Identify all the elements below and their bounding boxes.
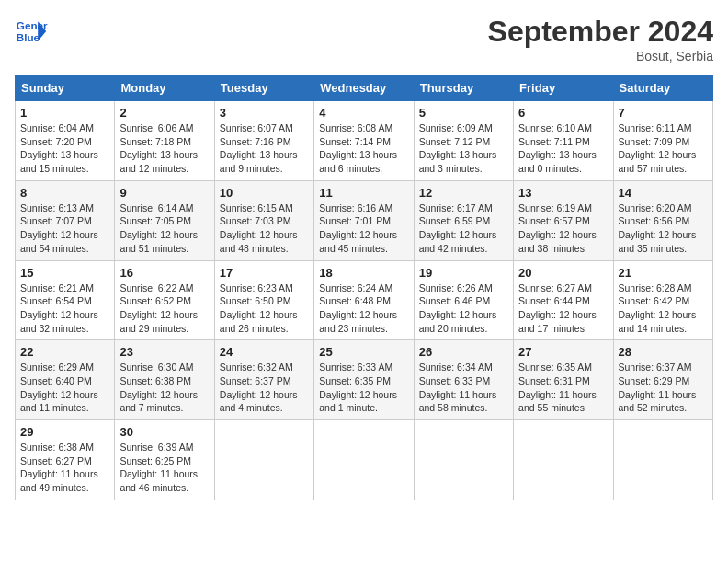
day-number: 26	[419, 345, 508, 359]
empty-cell	[613, 420, 712, 500]
day-number: 27	[518, 345, 608, 359]
column-header-sunday: Sunday	[16, 75, 115, 101]
day-info: Sunrise: 6:24 AM Sunset: 6:48 PM Dayligh…	[319, 282, 408, 336]
calendar-header-row: SundayMondayTuesdayWednesdayThursdayFrid…	[16, 75, 713, 101]
day-number: 18	[319, 266, 408, 280]
day-cell-24: 24Sunrise: 6:32 AM Sunset: 6:37 PM Dayli…	[214, 340, 313, 420]
day-info: Sunrise: 6:08 AM Sunset: 7:14 PM Dayligh…	[319, 121, 408, 176]
day-cell-4: 4Sunrise: 6:08 AM Sunset: 7:14 PM Daylig…	[314, 101, 414, 181]
day-info: Sunrise: 6:06 AM Sunset: 7:18 PM Dayligh…	[119, 121, 209, 176]
day-info: Sunrise: 6:30 AM Sunset: 6:38 PM Dayligh…	[119, 361, 209, 415]
logo: General Blue	[15, 15, 48, 48]
day-number: 12	[419, 186, 508, 200]
day-number: 16	[119, 266, 209, 280]
day-info: Sunrise: 6:22 AM Sunset: 6:52 PM Dayligh…	[119, 282, 209, 336]
day-number: 15	[20, 266, 109, 280]
calendar-week-1: 1Sunrise: 6:04 AM Sunset: 7:20 PM Daylig…	[16, 101, 713, 181]
day-number: 30	[119, 425, 209, 439]
day-number: 5	[419, 106, 508, 120]
day-info: Sunrise: 6:13 AM Sunset: 7:07 PM Dayligh…	[20, 201, 109, 256]
day-info: Sunrise: 6:11 AM Sunset: 7:09 PM Dayligh…	[619, 121, 708, 176]
empty-cell	[214, 420, 313, 500]
day-number: 10	[220, 186, 309, 200]
day-cell-18: 18Sunrise: 6:24 AM Sunset: 6:48 PM Dayli…	[314, 260, 414, 340]
page-header: General Blue September 2024 Bosut, Serbi…	[15, 15, 713, 63]
day-info: Sunrise: 6:32 AM Sunset: 6:37 PM Dayligh…	[220, 361, 309, 415]
day-number: 28	[619, 345, 708, 359]
day-number: 29	[20, 425, 109, 439]
day-info: Sunrise: 6:27 AM Sunset: 6:44 PM Dayligh…	[518, 282, 608, 336]
day-cell-29: 29Sunrise: 6:38 AM Sunset: 6:27 PM Dayli…	[16, 420, 115, 500]
day-cell-20: 20Sunrise: 6:27 AM Sunset: 6:44 PM Dayli…	[514, 260, 613, 340]
day-info: Sunrise: 6:35 AM Sunset: 6:31 PM Dayligh…	[518, 361, 608, 415]
day-number: 19	[419, 266, 508, 280]
day-info: Sunrise: 6:39 AM Sunset: 6:25 PM Dayligh…	[119, 441, 209, 495]
day-info: Sunrise: 6:28 AM Sunset: 6:42 PM Dayligh…	[619, 282, 708, 336]
day-number: 21	[619, 266, 708, 280]
day-cell-6: 6Sunrise: 6:10 AM Sunset: 7:11 PM Daylig…	[514, 101, 613, 181]
day-number: 4	[319, 106, 408, 120]
day-number: 24	[220, 345, 309, 359]
day-number: 13	[518, 186, 608, 200]
day-cell-17: 17Sunrise: 6:23 AM Sunset: 6:50 PM Dayli…	[214, 260, 313, 340]
day-cell-2: 2Sunrise: 6:06 AM Sunset: 7:18 PM Daylig…	[115, 101, 214, 181]
column-header-saturday: Saturday	[613, 75, 712, 101]
calendar-table: SundayMondayTuesdayWednesdayThursdayFrid…	[15, 75, 713, 500]
column-header-tuesday: Tuesday	[214, 75, 313, 101]
day-cell-27: 27Sunrise: 6:35 AM Sunset: 6:31 PM Dayli…	[514, 340, 613, 420]
column-header-thursday: Thursday	[414, 75, 513, 101]
day-cell-15: 15Sunrise: 6:21 AM Sunset: 6:54 PM Dayli…	[16, 260, 115, 340]
day-info: Sunrise: 6:23 AM Sunset: 6:50 PM Dayligh…	[220, 282, 309, 336]
day-info: Sunrise: 6:04 AM Sunset: 7:20 PM Dayligh…	[20, 121, 109, 176]
day-number: 2	[119, 106, 209, 120]
day-cell-13: 13Sunrise: 6:19 AM Sunset: 6:57 PM Dayli…	[514, 180, 613, 260]
day-cell-25: 25Sunrise: 6:33 AM Sunset: 6:35 PM Dayli…	[314, 340, 414, 420]
day-number: 3	[220, 106, 309, 120]
day-number: 20	[518, 266, 608, 280]
day-cell-23: 23Sunrise: 6:30 AM Sunset: 6:38 PM Dayli…	[115, 340, 214, 420]
day-number: 11	[319, 186, 408, 200]
day-cell-30: 30Sunrise: 6:39 AM Sunset: 6:25 PM Dayli…	[115, 420, 214, 500]
day-number: 7	[619, 106, 708, 120]
day-info: Sunrise: 6:10 AM Sunset: 7:11 PM Dayligh…	[518, 121, 608, 176]
day-info: Sunrise: 6:07 AM Sunset: 7:16 PM Dayligh…	[220, 121, 309, 176]
day-cell-8: 8Sunrise: 6:13 AM Sunset: 7:07 PM Daylig…	[16, 180, 115, 260]
calendar-week-2: 8Sunrise: 6:13 AM Sunset: 7:07 PM Daylig…	[16, 180, 713, 260]
day-number: 22	[20, 345, 109, 359]
day-cell-5: 5Sunrise: 6:09 AM Sunset: 7:12 PM Daylig…	[414, 101, 513, 181]
day-cell-22: 22Sunrise: 6:29 AM Sunset: 6:40 PM Dayli…	[16, 340, 115, 420]
column-header-wednesday: Wednesday	[314, 75, 414, 101]
day-number: 1	[20, 106, 109, 120]
day-number: 14	[619, 186, 708, 200]
day-cell-1: 1Sunrise: 6:04 AM Sunset: 7:20 PM Daylig…	[16, 101, 115, 181]
day-cell-26: 26Sunrise: 6:34 AM Sunset: 6:33 PM Dayli…	[414, 340, 513, 420]
day-info: Sunrise: 6:15 AM Sunset: 7:03 PM Dayligh…	[220, 201, 309, 256]
day-cell-3: 3Sunrise: 6:07 AM Sunset: 7:16 PM Daylig…	[214, 101, 313, 181]
empty-cell	[414, 420, 513, 500]
day-info: Sunrise: 6:17 AM Sunset: 6:59 PM Dayligh…	[419, 201, 508, 256]
svg-text:Blue: Blue	[17, 31, 40, 43]
day-info: Sunrise: 6:34 AM Sunset: 6:33 PM Dayligh…	[419, 361, 508, 415]
day-info: Sunrise: 6:14 AM Sunset: 7:05 PM Dayligh…	[119, 201, 209, 256]
calendar-week-5: 29Sunrise: 6:38 AM Sunset: 6:27 PM Dayli…	[16, 420, 713, 500]
day-info: Sunrise: 6:21 AM Sunset: 6:54 PM Dayligh…	[20, 282, 109, 336]
day-cell-9: 9Sunrise: 6:14 AM Sunset: 7:05 PM Daylig…	[115, 180, 214, 260]
day-cell-16: 16Sunrise: 6:22 AM Sunset: 6:52 PM Dayli…	[115, 260, 214, 340]
day-info: Sunrise: 6:16 AM Sunset: 7:01 PM Dayligh…	[319, 201, 408, 256]
calendar-week-3: 15Sunrise: 6:21 AM Sunset: 6:54 PM Dayli…	[16, 260, 713, 340]
day-cell-11: 11Sunrise: 6:16 AM Sunset: 7:01 PM Dayli…	[314, 180, 414, 260]
day-number: 23	[119, 345, 209, 359]
column-header-friday: Friday	[514, 75, 613, 101]
day-info: Sunrise: 6:29 AM Sunset: 6:40 PM Dayligh…	[20, 361, 109, 415]
day-cell-10: 10Sunrise: 6:15 AM Sunset: 7:03 PM Dayli…	[214, 180, 313, 260]
day-cell-28: 28Sunrise: 6:37 AM Sunset: 6:29 PM Dayli…	[613, 340, 712, 420]
day-info: Sunrise: 6:33 AM Sunset: 6:35 PM Dayligh…	[319, 361, 408, 415]
day-cell-12: 12Sunrise: 6:17 AM Sunset: 6:59 PM Dayli…	[414, 180, 513, 260]
day-cell-7: 7Sunrise: 6:11 AM Sunset: 7:09 PM Daylig…	[613, 101, 712, 181]
day-number: 25	[319, 345, 408, 359]
logo-icon: General Blue	[15, 15, 48, 48]
column-header-monday: Monday	[115, 75, 214, 101]
empty-cell	[314, 420, 414, 500]
day-info: Sunrise: 6:09 AM Sunset: 7:12 PM Dayligh…	[419, 121, 508, 176]
calendar-week-4: 22Sunrise: 6:29 AM Sunset: 6:40 PM Dayli…	[16, 340, 713, 420]
